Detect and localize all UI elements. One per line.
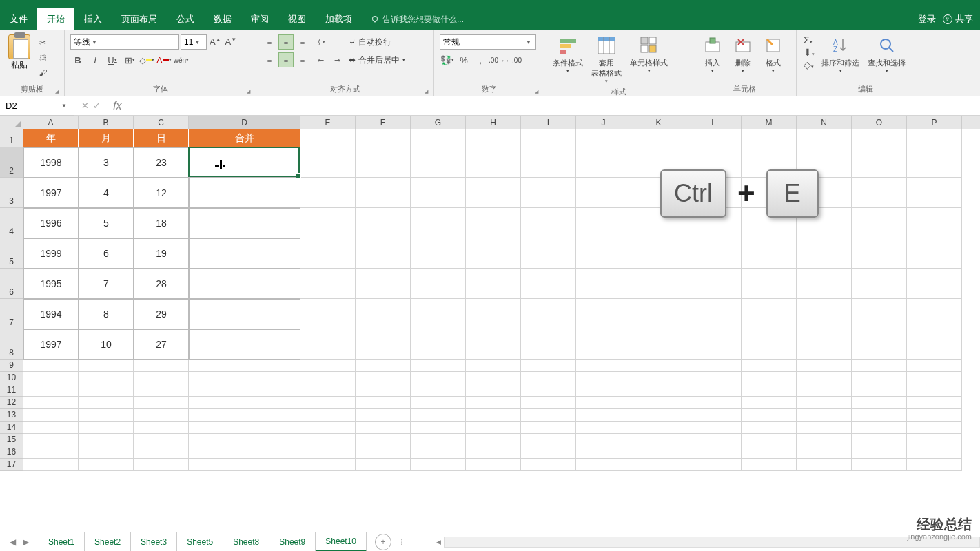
format-cells-button[interactable]: 格式▾: [758, 33, 788, 75]
paste-button[interactable]: 粘贴: [4, 33, 34, 71]
cell-J15[interactable]: [576, 434, 631, 446]
cell-L17[interactable]: [686, 459, 742, 471]
cell-B1[interactable]: 月: [79, 129, 134, 147]
cell-P1[interactable]: [907, 129, 962, 147]
cell-D12[interactable]: [189, 397, 300, 409]
percent-button[interactable]: %: [456, 52, 471, 67]
cell-A15[interactable]: [23, 434, 79, 446]
cell-P6[interactable]: [907, 269, 962, 299]
border-button[interactable]: ⊞▾: [122, 52, 137, 67]
cell-L8[interactable]: [686, 329, 742, 360]
tab-addins[interactable]: 加载项: [316, 8, 362, 30]
col-header-L[interactable]: L: [686, 116, 742, 129]
cell-K8[interactable]: [631, 329, 686, 360]
cell-G5[interactable]: [411, 238, 466, 269]
cell-E8[interactable]: [300, 329, 356, 360]
cell-G13[interactable]: [411, 409, 466, 422]
cell-P8[interactable]: [907, 329, 962, 360]
cell-A10[interactable]: [23, 372, 79, 384]
decrease-indent-button[interactable]: ⇤: [313, 52, 328, 67]
cell-F16[interactable]: [356, 446, 411, 459]
tellme[interactable]: 告诉我您想要做什么...: [370, 14, 464, 25]
sheet-tab-Sheet1[interactable]: Sheet1: [39, 532, 85, 552]
sort-filter-button[interactable]: AZ排序和筛选▾: [817, 33, 864, 75]
cell-K12[interactable]: [631, 397, 686, 409]
cell-G9[interactable]: [411, 360, 466, 372]
cell-A6[interactable]: 1995: [23, 269, 79, 299]
cell-F2[interactable]: [356, 147, 411, 178]
cell-E5[interactable]: [300, 238, 356, 269]
cell-F4[interactable]: [356, 208, 411, 238]
cell-E9[interactable]: [300, 360, 356, 372]
col-header-B[interactable]: B: [79, 116, 134, 129]
cell-D7[interactable]: [189, 299, 300, 329]
cell-G2[interactable]: [411, 147, 466, 178]
cell-B17[interactable]: [79, 459, 134, 471]
cell-A7[interactable]: 1994: [23, 299, 79, 329]
cell-G8[interactable]: [411, 329, 466, 360]
cell-M7[interactable]: [742, 299, 797, 329]
decrease-decimal-button[interactable]: ←.00: [506, 52, 521, 67]
cell-H9[interactable]: [466, 360, 521, 372]
col-header-H[interactable]: H: [466, 116, 521, 129]
cell-B15[interactable]: [79, 434, 134, 446]
cell-K10[interactable]: [631, 372, 686, 384]
col-header-O[interactable]: O: [852, 116, 907, 129]
cell-F1[interactable]: [356, 129, 411, 147]
cell-D10[interactable]: [189, 372, 300, 384]
cell-I11[interactable]: [521, 384, 576, 397]
cell-C8[interactable]: 27: [134, 329, 189, 360]
cell-O10[interactable]: [852, 372, 907, 384]
cell-H17[interactable]: [466, 459, 521, 471]
cell-F8[interactable]: [356, 329, 411, 360]
cell-P16[interactable]: [907, 446, 962, 459]
cell-D6[interactable]: [189, 269, 300, 299]
cell-B14[interactable]: [79, 422, 134, 434]
cell-D4[interactable]: [189, 208, 300, 238]
cell-C14[interactable]: [134, 422, 189, 434]
copy-button[interactable]: ⿻: [36, 51, 50, 65]
row-header-16[interactable]: 16: [0, 446, 23, 459]
col-header-M[interactable]: M: [742, 116, 797, 129]
cell-K5[interactable]: [631, 238, 686, 269]
cell-styles-button[interactable]: 单元格样式▾: [626, 33, 672, 75]
cell-I16[interactable]: [521, 446, 576, 459]
col-header-D[interactable]: D: [189, 116, 300, 129]
cell-I5[interactable]: [521, 238, 576, 269]
cell-C15[interactable]: [134, 434, 189, 446]
tab-layout[interactable]: 页面布局: [112, 8, 167, 30]
cell-B13[interactable]: [79, 409, 134, 422]
col-header-A[interactable]: A: [23, 116, 79, 129]
cell-M6[interactable]: [742, 269, 797, 299]
cell-J16[interactable]: [576, 446, 631, 459]
cell-P10[interactable]: [907, 372, 962, 384]
col-header-N[interactable]: N: [797, 116, 852, 129]
cell-M13[interactable]: [742, 409, 797, 422]
cell-B16[interactable]: [79, 446, 134, 459]
cell-I6[interactable]: [521, 269, 576, 299]
prev-sheet-button[interactable]: ◀: [10, 537, 16, 547]
number-format-select[interactable]: 常规▼: [440, 34, 536, 50]
cell-K11[interactable]: [631, 384, 686, 397]
cell-M1[interactable]: [742, 129, 797, 147]
cell-E4[interactable]: [300, 208, 356, 238]
cell-F11[interactable]: [356, 384, 411, 397]
tab-data[interactable]: 数据: [204, 8, 241, 30]
bold-button[interactable]: B: [70, 52, 85, 67]
cell-C7[interactable]: 29: [134, 299, 189, 329]
autosum-button[interactable]: Σ▾: [804, 34, 815, 45]
cell-H7[interactable]: [466, 299, 521, 329]
col-header-G[interactable]: G: [411, 116, 466, 129]
cell-A16[interactable]: [23, 446, 79, 459]
cell-L6[interactable]: [686, 269, 742, 299]
enter-formula-button[interactable]: ✓: [93, 101, 101, 111]
cell-C9[interactable]: [134, 360, 189, 372]
cell-I1[interactable]: [521, 129, 576, 147]
format-table-button[interactable]: 套用 表格格式▾: [587, 33, 626, 85]
cell-P17[interactable]: [907, 459, 962, 471]
cell-P2[interactable]: [907, 147, 962, 178]
col-header-C[interactable]: C: [134, 116, 189, 129]
cell-I4[interactable]: [521, 208, 576, 238]
cell-J2[interactable]: [576, 147, 631, 178]
cell-G11[interactable]: [411, 384, 466, 397]
